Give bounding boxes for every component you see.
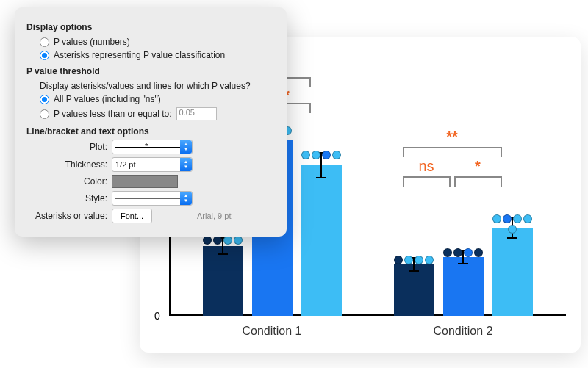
color-label: Color:: [26, 176, 107, 187]
threshold-question: Display asterisks/values and lines for w…: [26, 79, 275, 93]
style-label: Style:: [26, 193, 107, 203]
section-heading: Display options: [26, 22, 275, 32]
radio-all-pvalues[interactable]: All P values (including "ns"): [26, 93, 275, 106]
scatter-dots: [301, 151, 342, 159]
font-button[interactable]: Font...: [112, 209, 152, 223]
stepper-icon: [180, 140, 192, 154]
thickness-select[interactable]: 1/2 pt: [112, 157, 193, 172]
scatter-dots: [492, 214, 533, 234]
sig-bracket: [454, 176, 502, 178]
bar: [301, 165, 342, 316]
radio-less-than[interactable]: P values less than or equal to: 0.05: [26, 106, 275, 122]
bar: [492, 228, 533, 316]
plot-select[interactable]: *: [112, 140, 193, 154]
bar: [394, 264, 434, 316]
stepper-icon: [180, 158, 192, 171]
radio-icon: [40, 109, 49, 119]
plot-label: Plot:: [26, 142, 107, 152]
stepper-icon: [180, 192, 192, 205]
radio-label: P values less than or equal to:: [54, 109, 172, 119]
radio-label: P values (numbers): [54, 37, 130, 47]
sig-label: ns: [408, 158, 445, 175]
radio-icon: [40, 95, 49, 104]
radio-icon: [40, 51, 49, 60]
radio-label: Asterisks representing P value classific…: [54, 50, 225, 60]
radio-icon: [40, 37, 49, 47]
category-label: Condition 1: [191, 325, 353, 338]
scatter-dots: [203, 236, 243, 245]
sig-label: *: [467, 158, 489, 175]
radio-label: All P values (including "ns"): [54, 94, 161, 104]
scatter-dots: [443, 248, 484, 257]
sig-bracket: [403, 176, 451, 178]
section-heading: P value threshold: [26, 66, 275, 76]
font-hint-text: Arial, 9 pt: [197, 212, 275, 220]
asterisks-value-label: Asterisks or value:: [26, 211, 107, 221]
bar: [203, 246, 243, 316]
thickness-label: Thickness:: [26, 159, 107, 170]
color-picker[interactable]: [112, 175, 178, 188]
radio-asterisks[interactable]: Asterisks representing P value classific…: [26, 48, 275, 62]
bar-group-2: [382, 228, 544, 316]
threshold-select[interactable]: 0.05: [176, 107, 217, 120]
style-select[interactable]: [112, 191, 193, 206]
category-label: Condition 2: [382, 325, 544, 338]
scatter-dots: [394, 256, 434, 264]
section-heading: Line/bracket and text options: [26, 126, 275, 137]
radio-pvalues-numbers[interactable]: P values (numbers): [26, 35, 275, 48]
format-dialog: Display options P values (numbers) Aster…: [15, 7, 287, 237]
y-tick-zero: 0: [154, 310, 160, 322]
sig-bracket: [403, 147, 502, 148]
bar: [443, 257, 484, 316]
sig-label: **: [437, 129, 467, 145]
